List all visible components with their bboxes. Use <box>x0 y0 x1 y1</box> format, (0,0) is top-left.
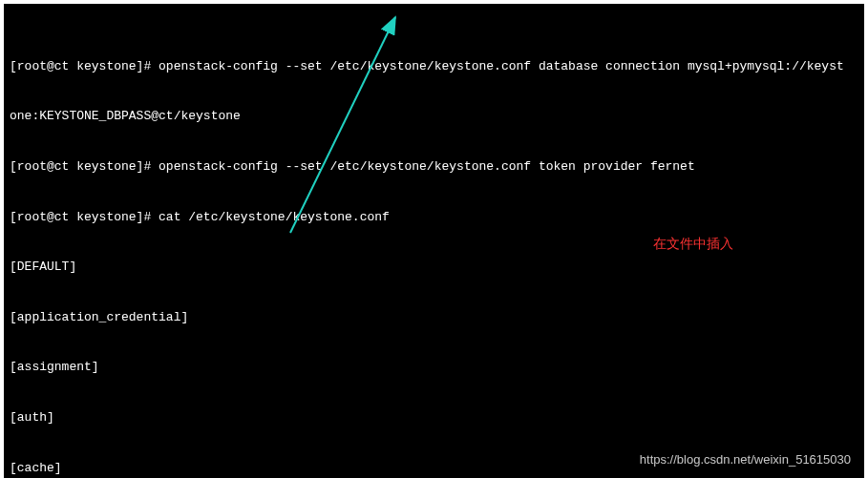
svg-line-1 <box>290 17 395 233</box>
section-application-credential: [application_credential] <box>10 309 858 326</box>
cmd-line-1a: [root@ct keystone]# openstack-config --s… <box>10 58 858 75</box>
annotation-insert-text: 在文件中插入 <box>653 235 733 253</box>
cmd-line-3: [root@ct keystone]# cat /etc/keystone/ke… <box>10 209 858 226</box>
section-default: [DEFAULT] <box>10 259 858 276</box>
cmd-line-1b: one:KEYSTONE_DBPASS@ct/keystone <box>10 108 858 125</box>
section-auth: [auth] <box>10 409 858 426</box>
cmd-line-2: [root@ct keystone]# openstack-config --s… <box>10 158 858 176</box>
watermark-text: https://blog.csdn.net/weixin_51615030 <box>640 452 851 467</box>
terminal-output-1[interactable]: [root@ct keystone]# openstack-config --s… <box>4 4 864 478</box>
pointer-arrow-icon <box>4 4 863 357</box>
section-assignment: [assignment] <box>10 359 858 376</box>
